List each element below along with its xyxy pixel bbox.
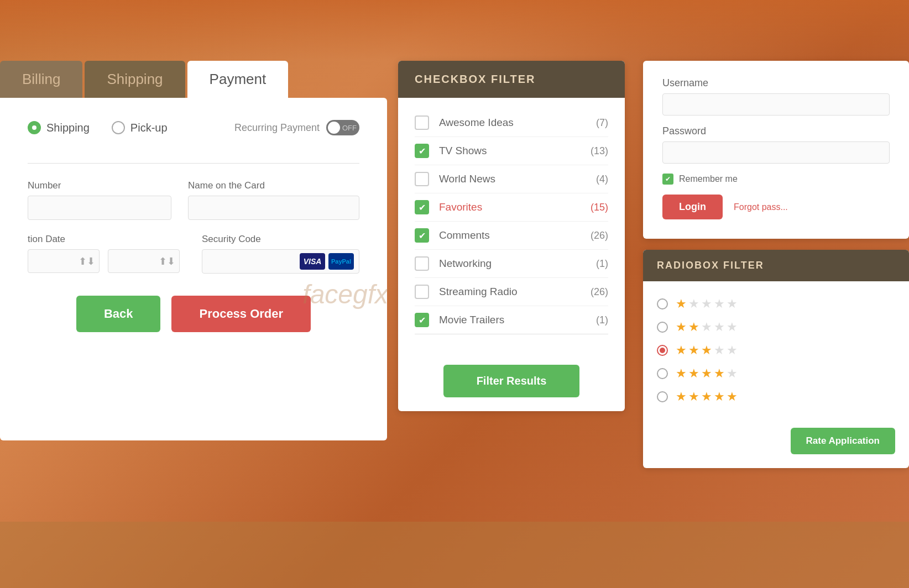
- tab-shipping[interactable]: Shipping: [85, 61, 185, 98]
- name-group: Name on the Card: [188, 180, 359, 220]
- filter-count-4: (26): [591, 230, 608, 242]
- action-buttons: Back Process Order: [28, 296, 359, 332]
- filter-item-5[interactable]: Networking (1): [415, 250, 608, 278]
- payment-options-row: Shipping Pick-up Recurring Payment OFF: [28, 120, 359, 146]
- remember-label: Remember me: [679, 174, 738, 184]
- recurring-toggle[interactable]: OFF: [326, 120, 359, 135]
- star-filled: ★: [701, 390, 712, 404]
- process-order-button[interactable]: Process Order: [171, 296, 311, 332]
- shipping-option[interactable]: Shipping: [28, 121, 90, 134]
- star-empty: ★: [714, 320, 725, 334]
- username-label: Username: [662, 77, 890, 89]
- filter-results-button[interactable]: Filter Results: [443, 365, 580, 397]
- payment-card: Shipping Pick-up Recurring Payment OFF N…: [0, 98, 387, 440]
- left-panel: Billing Shipping Payment Shipping Pick-u…: [0, 61, 387, 440]
- checkbox-2[interactable]: [415, 172, 429, 186]
- username-input[interactable]: [662, 93, 890, 116]
- radiobox-filter-card: RADIOBOX FILTER ★ ★ ★ ★ ★ ★ ★ ★ ★: [643, 250, 909, 468]
- filter-label-7: Movie Trailers: [439, 314, 596, 326]
- stars-1: ★ ★ ★ ★ ★: [676, 297, 738, 311]
- radio-item-1[interactable]: ★ ★ ★ ★ ★: [657, 292, 895, 316]
- checkbox-1[interactable]: [415, 144, 429, 158]
- radio-item-3[interactable]: ★ ★ ★ ★ ★: [657, 339, 895, 362]
- radiobox-footer: Rate Application: [643, 422, 909, 468]
- filter-item-2[interactable]: World News (4): [415, 165, 608, 193]
- login-button[interactable]: Login: [662, 195, 723, 219]
- radio-btn-4[interactable]: [657, 368, 668, 379]
- year-select[interactable]: [108, 249, 180, 273]
- stars-5: ★ ★ ★ ★ ★: [676, 390, 738, 404]
- filter-card: CHECKBOX FILTER Awesome Ideas (7) TV Sho…: [398, 61, 625, 411]
- radio-btn-5[interactable]: [657, 391, 668, 402]
- star-filled: ★: [701, 366, 712, 381]
- card-number-input[interactable]: [28, 196, 171, 220]
- back-button[interactable]: Back: [76, 296, 161, 332]
- pickup-radio[interactable]: [112, 121, 125, 134]
- filter-item-3[interactable]: Favorites (15): [415, 193, 608, 222]
- checkbox-7[interactable]: [415, 313, 429, 327]
- radio-item-5[interactable]: ★ ★ ★ ★ ★: [657, 385, 895, 408]
- rate-application-button[interactable]: Rate Application: [791, 428, 896, 454]
- star-filled: ★: [714, 390, 725, 404]
- month-wrap: ⬆⬇: [28, 249, 100, 273]
- remember-row: Remember me: [662, 174, 890, 185]
- forgot-password-link[interactable]: Forgot pass...: [734, 202, 788, 212]
- checkbox-0[interactable]: [415, 116, 429, 130]
- filter-item-6[interactable]: Streaming Radio (26): [415, 278, 608, 306]
- shipping-radio[interactable]: [28, 121, 41, 134]
- filter-item-1[interactable]: TV Shows (13): [415, 137, 608, 165]
- star-filled: ★: [676, 390, 687, 404]
- radiobox-body: ★ ★ ★ ★ ★ ★ ★ ★ ★ ★: [643, 281, 909, 422]
- tab-billing[interactable]: Billing: [0, 61, 82, 98]
- radio-item-4[interactable]: ★ ★ ★ ★ ★: [657, 362, 895, 385]
- card-logos: VISA PayPal: [300, 253, 354, 270]
- star-filled: ★: [676, 297, 687, 311]
- tab-payment[interactable]: Payment: [187, 61, 289, 98]
- radio-btn-1[interactable]: [657, 298, 668, 309]
- checkbox-6[interactable]: [415, 285, 429, 299]
- filter-item-4[interactable]: Comments (26): [415, 222, 608, 250]
- stars-2: ★ ★ ★ ★ ★: [676, 320, 738, 334]
- star-filled: ★: [688, 343, 699, 358]
- security-input-wrap: VISA PayPal: [202, 249, 359, 274]
- filter-footer: Filter Results: [398, 351, 625, 411]
- divider: [28, 163, 359, 164]
- date-row: ⬆⬇ ⬆⬇: [28, 249, 185, 273]
- password-input[interactable]: [662, 141, 890, 164]
- stars-3: ★ ★ ★ ★ ★: [676, 343, 738, 358]
- tab-bar: Billing Shipping Payment: [0, 61, 387, 98]
- name-label: Name on the Card: [188, 180, 359, 191]
- checkbox-3[interactable]: [415, 200, 429, 214]
- star-empty: ★: [727, 343, 738, 358]
- pickup-option[interactable]: Pick-up: [112, 121, 168, 134]
- toggle-knob: [328, 122, 340, 134]
- month-select[interactable]: [28, 249, 100, 273]
- star-filled: ★: [688, 366, 699, 381]
- right-panel: Username Password Remember me Login Forg…: [643, 61, 909, 468]
- filter-item-0[interactable]: Awesome Ideas (7): [415, 109, 608, 137]
- star-empty: ★: [701, 320, 712, 334]
- star-empty: ★: [714, 297, 725, 311]
- star-empty: ★: [688, 297, 699, 311]
- star-filled: ★: [688, 320, 699, 334]
- login-card: Username Password Remember me Login Forg…: [643, 61, 909, 239]
- recurring-row: Recurring Payment OFF: [234, 120, 359, 135]
- checkbox-5[interactable]: [415, 256, 429, 271]
- filter-header: CHECKBOX FILTER: [398, 61, 625, 98]
- shipping-label: Shipping: [46, 122, 90, 134]
- filter-label-3: Favorites: [439, 201, 591, 213]
- name-input[interactable]: [188, 196, 359, 220]
- remember-checkbox[interactable]: [662, 174, 673, 185]
- recurring-label: Recurring Payment: [234, 122, 320, 134]
- radio-btn-3[interactable]: [657, 345, 668, 356]
- visa-logo: VISA: [300, 253, 325, 270]
- filter-item-7[interactable]: Movie Trailers (1): [415, 306, 608, 334]
- radio-btn-2[interactable]: [657, 322, 668, 333]
- filter-body: Awesome Ideas (7) TV Shows (13) World Ne…: [398, 98, 625, 351]
- star-filled: ★: [676, 343, 687, 358]
- radio-item-2[interactable]: ★ ★ ★ ★ ★: [657, 316, 895, 339]
- paypal-logo: PayPal: [328, 253, 354, 270]
- filter-count-2: (4): [596, 174, 608, 185]
- checkbox-4[interactable]: [415, 228, 429, 243]
- bg-bottom: [0, 522, 909, 588]
